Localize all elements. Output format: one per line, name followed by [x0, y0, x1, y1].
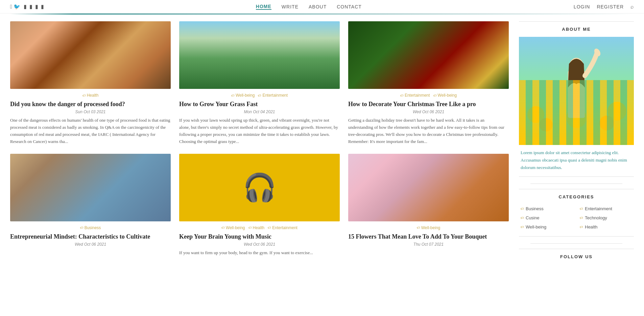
search-icon[interactable]: ⌕: [630, 4, 634, 10]
categories-title: CATEGORIES: [519, 194, 634, 199]
nav-home[interactable]: HOME: [256, 4, 271, 10]
tag-wellbeing-3[interactable]: Well-being: [433, 93, 457, 98]
card-3-image[interactable]: [348, 21, 509, 89]
svg-point-5: [566, 108, 587, 128]
card-3-date: Wed Oct 06 2021: [348, 110, 509, 114]
category-technology[interactable]: Technology: [580, 215, 632, 220]
card-6: Well-being 15 Flowers That Mean Love To …: [348, 154, 509, 257]
card-5-date: Wed Oct 06 2021: [179, 242, 340, 247]
card-3-tags: Entertainment Well-being: [348, 93, 509, 98]
follow-us-section: FOLLOW US: [519, 249, 634, 259]
social-icons[interactable]: ▮ ▮ ▮ ▮: [24, 3, 44, 10]
tag-business-4[interactable]: Business: [80, 225, 101, 230]
card-5-excerpt: If you want to firm up your body, head t…: [179, 249, 340, 257]
svg-rect-0: [519, 37, 634, 145]
card-1-excerpt: One of the dangerous effects on humans' …: [10, 117, 171, 145]
content-area: Health Did you know the danger of proces…: [10, 21, 509, 259]
sidebar-divider-2: [530, 243, 622, 244]
categories-grid: Business Entertainment Cusine Technology…: [519, 204, 634, 231]
card-2-image[interactable]: [179, 21, 340, 89]
card-3: Entertainment Well-being How to Decorate…: [348, 21, 509, 145]
card-1-title[interactable]: Did you know the danger of processed foo…: [10, 100, 171, 108]
tag-health-1[interactable]: Health: [82, 93, 99, 98]
linkedin-icon[interactable]: ▮: [41, 3, 44, 10]
about-me-title: ABOUT ME: [519, 27, 634, 32]
card-4: Business Entrepreneurial Mindset: Charac…: [10, 154, 171, 257]
tag-wellbeing-5[interactable]: Well-being: [221, 225, 245, 230]
svg-point-3: [607, 102, 626, 121]
nav-write[interactable]: WRITE: [282, 4, 299, 9]
header-right: LOGIN REGISTER ⌕: [574, 4, 634, 10]
social-links:  🐦 ▮ ▮ ▮ ▮: [10, 3, 44, 10]
tag-health-5[interactable]: Health: [248, 225, 265, 230]
tag-entertainment-3[interactable]: Entertainment: [400, 93, 430, 98]
card-3-excerpt: Getting a dazzling holiday tree doesn't …: [348, 117, 509, 145]
main-nav: HOME WRITE ABOUT CONTACT: [256, 4, 362, 10]
card-1-date: Sun Oct 03 2021: [10, 110, 171, 114]
about-me-image: [519, 37, 634, 145]
sidebar: ABOUT ME: [519, 21, 634, 259]
about-me-section: ABOUT ME: [519, 21, 634, 177]
categories-section: CATEGORIES Business Entertainment Cusine…: [519, 189, 634, 237]
card-5-tags: Well-being Health Entertainment: [179, 225, 340, 230]
card-2: Well-being Entertainment How to Grow You…: [179, 21, 340, 145]
category-wellbeing[interactable]: Well-being: [521, 224, 573, 229]
tag-entertainment-5[interactable]: Entertainment: [268, 225, 297, 230]
register-link[interactable]: REGISTER: [597, 4, 624, 9]
sidebar-divider-1: [530, 184, 622, 184]
card-1-image[interactable]: [10, 21, 171, 89]
svg-point-2: [539, 118, 553, 131]
category-cusine[interactable]: Cusine: [521, 215, 573, 220]
card-6-image[interactable]: [348, 154, 509, 221]
card-4-image[interactable]: [10, 154, 171, 221]
facebook-icon[interactable]:  🐦: [10, 3, 20, 10]
card-5-image[interactable]: 🎧: [179, 154, 340, 221]
svg-point-4: [599, 116, 614, 130]
main-layout: Health Did you know the danger of proces…: [0, 15, 644, 266]
svg-point-1: [527, 106, 544, 123]
nav-about[interactable]: ABOUT: [309, 4, 327, 9]
card-6-date: Thu Oct 07 2021: [348, 242, 509, 247]
card-6-title[interactable]: 15 Flowers That Mean Love To Add To Your…: [348, 233, 509, 241]
card-2-tags: Well-being Entertainment: [179, 93, 340, 98]
card-4-title[interactable]: Entrepreneurial Mindset: Characteristics…: [10, 233, 171, 241]
tag-wellbeing-2[interactable]: Well-being: [231, 93, 255, 98]
about-me-text: Lorem ipsum dolor sit amet consectetur a…: [519, 149, 634, 171]
card-4-tags: Business: [10, 225, 171, 230]
tag-entertainment-2[interactable]: Entertainment: [258, 93, 288, 98]
card-2-date: Mon Oct 04 2021: [179, 110, 340, 114]
card-6-tags: Well-being: [348, 225, 509, 230]
about-svg: [519, 37, 634, 145]
nav-contact[interactable]: CONTACT: [337, 4, 362, 9]
header:  🐦 ▮ ▮ ▮ ▮ HOME WRITE ABOUT CONTACT LOG…: [0, 0, 644, 15]
card-3-title[interactable]: How to Decorate Your Christmas Tree Like…: [348, 100, 509, 108]
card-1-tags: Health: [10, 93, 171, 98]
facebook-icon[interactable]: ▮: [24, 3, 27, 10]
category-entertainment[interactable]: Entertainment: [580, 206, 632, 211]
card-grid: Health Did you know the danger of proces…: [10, 21, 509, 257]
pinterest2-icon[interactable]: ▮: [35, 3, 38, 10]
follow-us-title: FOLLOW US: [519, 254, 634, 259]
card-5: 🎧 Well-being Health Entertainment Keep Y…: [179, 154, 340, 257]
pinterest-icon[interactable]: ▮: [29, 3, 32, 10]
category-health[interactable]: Health: [580, 224, 632, 229]
tag-wellbeing-6[interactable]: Well-being: [417, 225, 440, 230]
card-1: Health Did you know the danger of proces…: [10, 21, 171, 145]
category-business[interactable]: Business: [521, 206, 573, 211]
headphones-symbol: 🎧: [243, 172, 277, 203]
card-2-excerpt: If you wish your lawn would spring up th…: [179, 117, 340, 145]
card-5-title[interactable]: Keep Your Brain Young with Music: [179, 233, 340, 241]
card-2-title[interactable]: How to Grow Your Grass Fast: [179, 100, 340, 108]
card-4-date: Wed Oct 06 2021: [10, 242, 171, 247]
login-link[interactable]: LOGIN: [574, 4, 590, 9]
